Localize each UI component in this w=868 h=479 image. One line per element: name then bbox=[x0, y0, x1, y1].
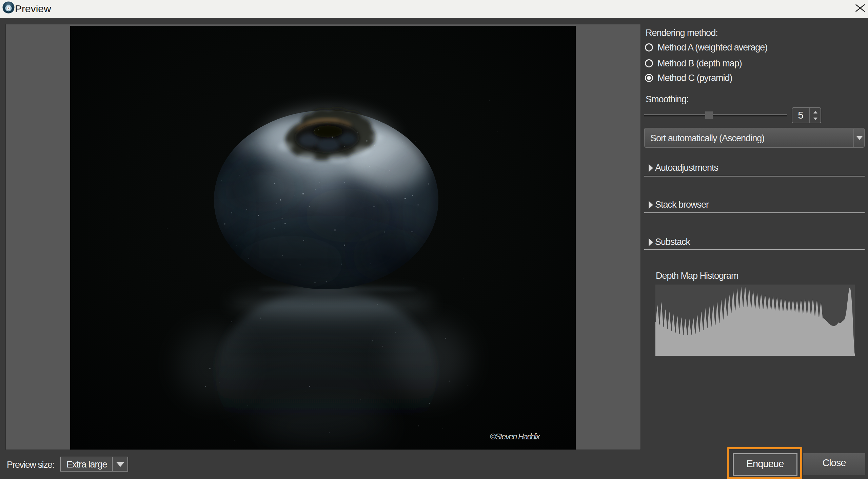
svg-text:©Steven Haddix: ©Steven Haddix bbox=[490, 432, 540, 441]
